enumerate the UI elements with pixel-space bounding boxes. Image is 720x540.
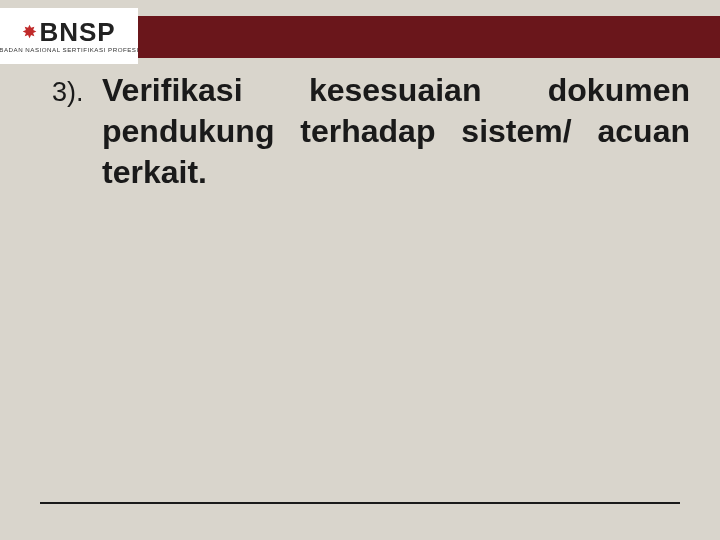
list-item-number: 3). — [52, 70, 102, 110]
list-item-text: Verifikasi kesesuaian dokumen pendukung … — [102, 70, 690, 193]
logo-box: ✸ BNSP BADAN NASIONAL SERTIFIKASI PROFES… — [0, 8, 138, 64]
logo-main: ✸ BNSP — [22, 19, 115, 45]
list-item: 3). Verifikasi kesesuaian dokumen penduk… — [52, 70, 690, 193]
bottom-divider — [40, 502, 680, 504]
logo-text: BNSP — [39, 19, 115, 45]
logo-figure-icon: ✸ — [22, 23, 37, 41]
content-area: 3). Verifikasi kesesuaian dokumen penduk… — [52, 70, 690, 193]
logo-tagline: BADAN NASIONAL SERTIFIKASI PROFESI — [0, 46, 139, 53]
